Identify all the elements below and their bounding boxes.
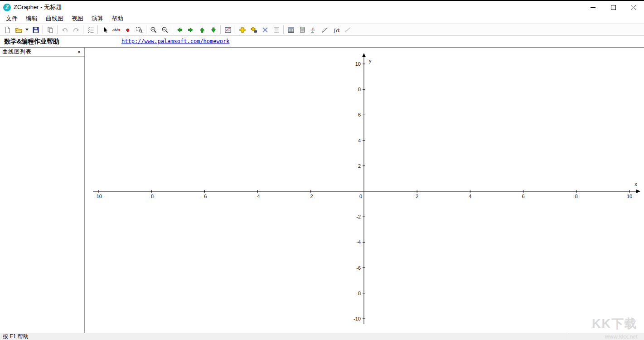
toolbar-separator (43, 25, 43, 34)
calculator-button[interactable] (296, 24, 308, 35)
svg-text:0: 0 (359, 194, 362, 199)
svg-text:6: 6 (358, 112, 361, 117)
chevron-down-icon (25, 29, 29, 31)
status-help-text: 按 F1 帮助 (3, 333, 29, 340)
status-watermark-text: www.kkx.net (605, 334, 638, 340)
redo-button[interactable] (70, 24, 82, 35)
integral-button[interactable]: ∫dx (330, 24, 342, 35)
svg-text:10: 10 (627, 194, 632, 199)
svg-text:8: 8 (575, 194, 578, 199)
point-icon (124, 26, 131, 34)
curve-list-body (0, 57, 84, 333)
table-icon (287, 26, 295, 34)
add-curve-button[interactable] (237, 24, 248, 35)
copy-button[interactable] (44, 24, 56, 35)
save-button[interactable] (30, 24, 41, 35)
pan-right-button[interactable] (185, 24, 196, 35)
delete-curve-icon (261, 26, 269, 34)
banner-link[interactable]: http://www.palamsoft.com/homework (121, 38, 229, 44)
undo-button[interactable] (59, 24, 70, 35)
new-file-button[interactable] (1, 24, 13, 35)
zoom-region-button[interactable] (133, 24, 145, 35)
app-logo-icon: Z (3, 4, 11, 11)
svg-text:8: 8 (358, 87, 361, 92)
new-file-icon (4, 26, 11, 34)
label-button[interactable]: abl (111, 24, 122, 35)
svg-text:-8: -8 (356, 291, 361, 296)
close-icon: × (77, 49, 81, 55)
window-controls (583, 1, 644, 14)
save-icon (32, 26, 39, 34)
menu-file[interactable]: 文件 (2, 14, 22, 24)
svg-text:-10: -10 (353, 316, 361, 321)
toolbar: abl ddx (0, 24, 644, 36)
svg-text:∫dx: ∫dx (333, 27, 340, 33)
toolbar-separator (97, 25, 98, 34)
maximize-icon (611, 5, 616, 10)
menu-graph[interactable]: 曲线图 (42, 14, 68, 24)
svg-text:-6: -6 (356, 265, 361, 271)
derivative-button[interactable]: ddx (308, 24, 319, 35)
minimize-button[interactable] (583, 1, 603, 14)
pan-right-icon (187, 26, 194, 34)
banner-divider (216, 36, 216, 48)
integral-icon: ∫dx (333, 26, 340, 34)
menu-view[interactable]: 视图 (68, 14, 87, 24)
toolbar-separator (283, 25, 284, 34)
zoom-out-button[interactable] (159, 24, 170, 35)
toolbar-separator (172, 25, 172, 34)
point-button[interactable] (122, 24, 133, 35)
label-dot-icon (118, 29, 120, 31)
svg-text:10: 10 (355, 61, 361, 67)
pan-up-button[interactable] (196, 24, 208, 35)
pan-down-button[interactable] (208, 24, 219, 35)
calculator-icon (299, 26, 306, 34)
toolbar-separator (83, 25, 83, 34)
open-file-button[interactable] (13, 24, 24, 35)
maximize-button[interactable] (603, 1, 624, 14)
menu-calc[interactable]: 演算 (87, 14, 107, 24)
add-table-curve-button[interactable] (248, 24, 259, 35)
zoom-out-icon (161, 26, 169, 34)
close-icon (631, 5, 636, 10)
tangent-icon (321, 26, 329, 34)
regression-button[interactable] (342, 24, 353, 35)
toolbar-separator (220, 25, 221, 34)
open-file-dropdown-button[interactable] (24, 24, 30, 35)
pointer-button[interactable] (99, 24, 111, 35)
svg-text:-4: -4 (256, 194, 260, 199)
status-right-pane: www.kkx.net (569, 333, 644, 340)
coordinate-system-button[interactable] (222, 24, 233, 35)
svg-text:-6: -6 (203, 194, 207, 199)
undo-icon (61, 26, 68, 34)
pan-left-icon (176, 26, 183, 34)
plot-area[interactable]: -10-8-6-4-20246810-10-8-6-4-2246810xy KK… (85, 48, 644, 333)
title-bar: Z ZGrapher - 无标题 (0, 0, 644, 14)
tangent-button[interactable] (319, 24, 330, 35)
menu-edit[interactable]: 编辑 (22, 14, 42, 24)
menu-help[interactable]: 帮助 (107, 14, 127, 24)
zoom-in-button[interactable] (148, 24, 159, 35)
close-button[interactable] (624, 1, 644, 14)
window-title: ZGrapher - 无标题 (11, 3, 62, 11)
copy-icon (47, 26, 54, 34)
regression-icon (344, 26, 351, 34)
svg-text:2: 2 (358, 163, 361, 169)
delete-curve-button[interactable] (259, 24, 271, 35)
curve-list-button[interactable] (85, 24, 96, 35)
curve-list-close-button[interactable]: × (76, 49, 82, 55)
svg-text:-4: -4 (356, 239, 361, 245)
label-icon: abl (112, 28, 118, 32)
minimize-icon (591, 5, 596, 10)
pan-left-button[interactable] (174, 24, 185, 35)
plot-svg[interactable]: -10-8-6-4-20246810-10-8-6-4-2246810xy (85, 48, 644, 333)
table-button[interactable] (285, 24, 296, 35)
curve-properties-button[interactable] (271, 24, 282, 35)
curve-list-header: 曲线图列表 × (0, 48, 84, 57)
derivative-icon: ddx (310, 26, 317, 34)
main-area: 曲线图列表 × -10-8-6-4-20246810-10-8-6-4-2246… (0, 48, 644, 333)
zoom-in-icon (150, 26, 157, 34)
svg-text:x: x (634, 181, 637, 187)
svg-text:-10: -10 (95, 194, 102, 199)
add-curve-icon (239, 26, 246, 34)
